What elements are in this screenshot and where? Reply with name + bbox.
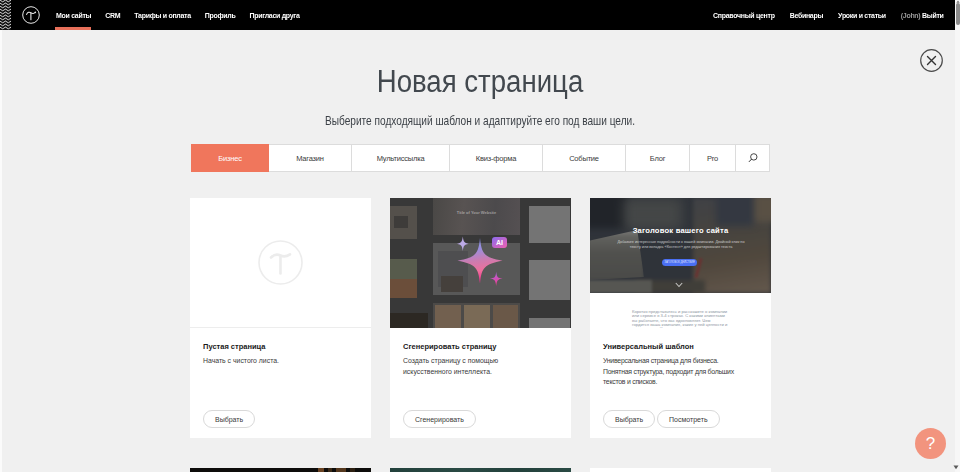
svg-text:AI: AI <box>496 239 503 246</box>
